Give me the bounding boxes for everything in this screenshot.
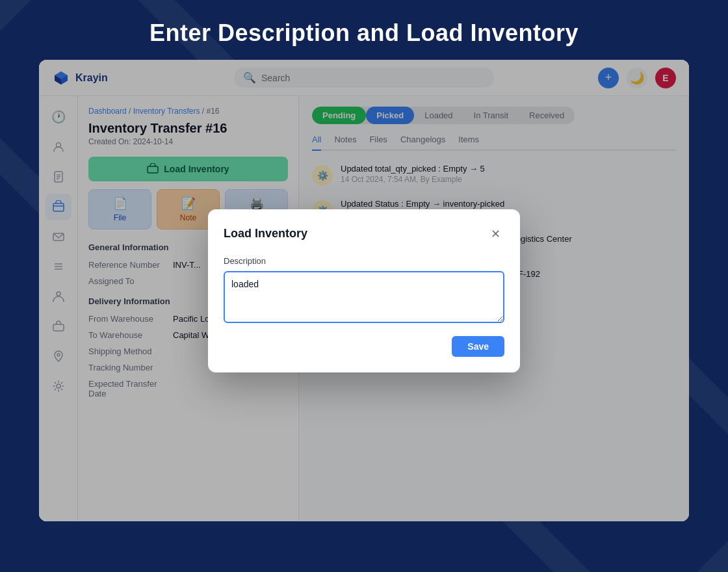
modal-description-label: Description [224, 256, 504, 266]
modal-header: Load Inventory ✕ [224, 225, 504, 243]
app-container: Krayin 🔍 + 🌙 E 🕐 [39, 60, 689, 521]
modal-footer: Save [224, 336, 504, 357]
modal: Load Inventory ✕ Description loaded Save [208, 209, 520, 372]
page-title: Enter Description and Load Inventory [0, 20, 728, 47]
modal-description-input[interactable]: loaded [224, 271, 504, 323]
modal-save-button[interactable]: Save [452, 336, 504, 357]
page-header: Enter Description and Load Inventory [0, 0, 728, 60]
modal-close-button[interactable]: ✕ [486, 225, 504, 243]
modal-title: Load Inventory [224, 227, 307, 240]
modal-overlay[interactable]: Load Inventory ✕ Description loaded Save [39, 60, 689, 521]
